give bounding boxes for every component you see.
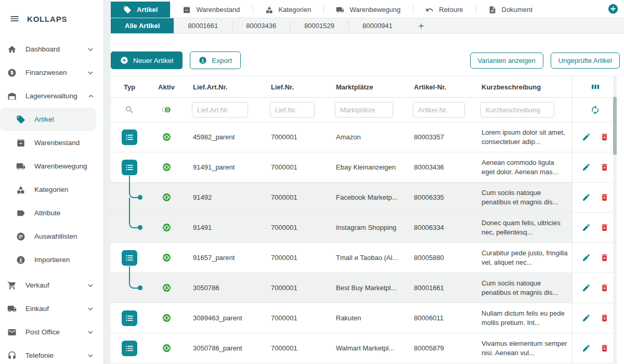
tab-retoure[interactable]: Retoure: [413, 2, 475, 18]
aktiv-cell: [148, 343, 185, 353]
active-status-icon: [162, 132, 172, 142]
sidebar-item-finanzwesen[interactable]: $Finanzwesen: [0, 61, 103, 84]
sidebar-item-attribute[interactable]: Attribute: [0, 201, 103, 225]
edit-icon[interactable]: [582, 283, 591, 292]
table-row[interactable]: 91491_parent7000001Ebay Kleinanzeigen800…: [111, 152, 618, 183]
sidebar-item-warenbewegung[interactable]: Warenbewegung: [0, 154, 103, 178]
marktplatz-cell: Ebay Kleinanzeigen: [328, 163, 406, 171]
edit-icon[interactable]: [582, 223, 591, 232]
article-tab-80001529[interactable]: 80001529: [290, 18, 348, 33]
marktplatz-cell: Best Buy Marketpl...: [328, 284, 406, 292]
sidebar-item-einkauf[interactable]: Einkauf: [0, 297, 103, 320]
delete-icon[interactable]: [600, 314, 609, 322]
delete-icon[interactable]: [600, 193, 609, 202]
typ-cell: [111, 129, 148, 145]
lief-nr-cell: 7000001: [263, 224, 328, 231]
sidebar-item-verkauf[interactable]: Verkauf: [0, 274, 103, 297]
sidebar-item-importieren[interactable]: Importieren: [0, 248, 103, 271]
table-row[interactable]: 91657_parent7000001Tmall и Taobao (Al...…: [111, 243, 618, 273]
unchecked-articles-button[interactable]: Ungeprüfte Artikel: [551, 53, 620, 69]
lief-art-nr-cell: 3050786: [185, 284, 263, 292]
actions-cell: [572, 333, 618, 363]
delete-icon[interactable]: [600, 344, 609, 353]
secondary-tabbar: Alle Artikel8000166180003436800015298000…: [111, 18, 624, 34]
tab-warenbestand[interactable]: Warenbestand: [170, 2, 252, 18]
home-icon: [7, 45, 17, 54]
export-button[interactable]: Export: [190, 51, 241, 69]
kurzbeschreibung-cell: Vivamus elementum semper nisi. Aenean vu…: [473, 339, 572, 357]
parent-article-icon[interactable]: [122, 310, 137, 326]
parent-article-icon[interactable]: [122, 250, 137, 266]
lief-art-nr-cell: 91657_parent: [185, 254, 263, 262]
edit-icon[interactable]: [582, 193, 591, 202]
new-article-button[interactable]: Neuer Artikel: [111, 51, 183, 69]
add-tab-icon[interactable]: [607, 3, 619, 15]
sidebar-item-warenbestand[interactable]: Warenbestand: [0, 131, 103, 154]
delete-icon[interactable]: [600, 133, 609, 141]
edit-icon[interactable]: [582, 314, 591, 322]
show-variants-button[interactable]: Varianten anzeigen: [470, 53, 543, 69]
edit-icon[interactable]: [582, 163, 591, 172]
edit-icon[interactable]: [582, 344, 591, 353]
article-tab-80000941[interactable]: 80000941: [348, 18, 407, 33]
edit-icon[interactable]: [582, 253, 591, 262]
delete-icon[interactable]: [600, 163, 609, 172]
filter-marktplaetze-input[interactable]: [335, 102, 393, 118]
edit-icon[interactable]: [582, 133, 591, 141]
truck-icon: [7, 304, 17, 314]
table-row[interactable]: 3089463_parent7000001Rakuten80006011Null…: [111, 303, 618, 333]
filter-kurzbeschreibung-input[interactable]: [480, 102, 554, 118]
table-row[interactable]: 30507867000001Best Buy Marketpl...800016…: [111, 273, 618, 303]
artikel-nr-cell: 80006334: [406, 224, 473, 231]
parent-article-icon[interactable]: [122, 341, 137, 356]
filter-lief-art-nr-input[interactable]: [192, 102, 248, 118]
tab-dokument[interactable]: Dokument: [476, 2, 545, 18]
lief-nr-cell: 7000001: [263, 284, 328, 292]
table-row[interactable]: 914917000001Instagram Shopping80006334Do…: [111, 213, 618, 243]
refresh-icon[interactable]: [590, 105, 600, 115]
tab-warenbewegung[interactable]: Warenbewegung: [323, 2, 413, 18]
add-article-tab-button[interactable]: [407, 18, 436, 33]
table-row[interactable]: 914927000001Facebook Marketp...80006335C…: [111, 183, 618, 213]
article-tab-80001661[interactable]: 80001661: [174, 18, 232, 33]
kurzbeschreibung-cell: Nullam dictum felis eu pede mollis preti…: [473, 309, 572, 327]
lief-nr-cell: 7000001: [263, 193, 328, 201]
delete-icon[interactable]: [600, 223, 609, 232]
sidebar-item-kategorien[interactable]: Kategorien: [0, 178, 103, 201]
child-node-dot: [138, 285, 142, 290]
delete-icon[interactable]: [600, 283, 609, 292]
sidebar-item-post-office[interactable]: Post Office: [0, 320, 103, 344]
table-row[interactable]: 45982_parent7000001Amazon80003357Lorem i…: [111, 122, 618, 152]
filter-lief-nr-input[interactable]: [270, 102, 315, 118]
toolbar: Neuer Artikel Export Varianten anzeigen …: [111, 51, 624, 69]
lief-nr-cell: 7000001: [263, 254, 328, 262]
aktiv-cell: [148, 162, 185, 172]
delete-icon[interactable]: [600, 253, 609, 262]
tab-kategorien[interactable]: Kategorien: [253, 2, 324, 18]
sidebar-item-artikel[interactable]: Artikel: [0, 108, 96, 131]
article-tab-alle-artikel[interactable]: Alle Artikel: [111, 18, 174, 33]
artikel-nr-cell: 80003436: [406, 163, 473, 171]
tab-artikel[interactable]: Artikel: [111, 2, 170, 18]
sidebar-item-label: Attribute: [34, 209, 60, 217]
tab-label: Dokument: [502, 6, 532, 14]
headset-icon: [7, 351, 17, 360]
tab-label: 80001661: [188, 22, 218, 30]
active-filter-toggle-icon[interactable]: [161, 105, 172, 115]
column-header-artikel-nr: Artikel-Nr.: [406, 83, 473, 91]
scrollbar-track[interactable]: [613, 76, 617, 363]
article-tab-80003436[interactable]: 80003436: [232, 18, 290, 33]
menu-icon[interactable]: [9, 14, 20, 24]
sidebar-item-dashboard[interactable]: Dashboard: [0, 37, 103, 61]
table-row[interactable]: 3050786_parent7000001Walmart Marketpl...…: [111, 333, 618, 363]
view-columns-icon[interactable]: [590, 82, 601, 92]
scrollbar-thumb[interactable]: [613, 97, 617, 155]
sidebar-item-label: Warenbewegung: [34, 162, 87, 170]
sidebar-item-lagerverwaltung[interactable]: Lagerverwaltung: [0, 84, 103, 108]
sidebar-item-label: Post Office: [25, 328, 60, 336]
filter-artikel-nr-input[interactable]: [413, 102, 465, 118]
parent-article-icon[interactable]: [122, 160, 137, 175]
sidebar-item-telefonie[interactable]: Telefonie: [0, 344, 103, 364]
sidebar-item-auswahllisten[interactable]: Auswahllisten: [0, 225, 103, 248]
parent-article-icon[interactable]: [122, 129, 137, 145]
